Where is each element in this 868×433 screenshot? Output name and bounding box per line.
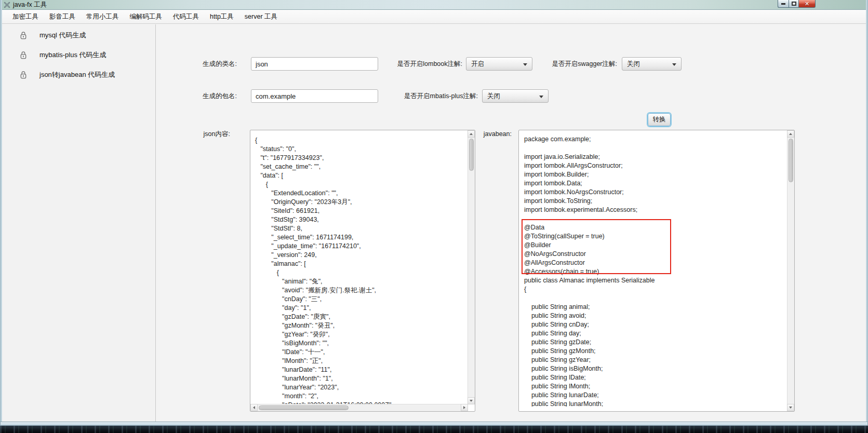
swagger-label: 是否开启swagger注解:	[520, 57, 617, 71]
window-title: java-fx 工具	[13, 1, 47, 9]
window-left-border	[0, 0, 2, 422]
package-name-label: 生成的包名:	[177, 89, 237, 103]
window-bottom-border	[0, 422, 868, 426]
json-content-text[interactable]: { "status": "0", "t": "1677917334923", "…	[250, 130, 468, 404]
close-icon: ✕	[805, 1, 809, 7]
sidebar: mysql 代码生成 mybatis-plus 代码生成 json转javabe…	[2, 24, 156, 422]
menu-codec-tools[interactable]: 编解码工具	[129, 11, 164, 23]
window-right-border	[866, 0, 868, 422]
triangle-right-icon	[463, 406, 465, 409]
json-hscroll-thumb[interactable]	[259, 405, 349, 410]
json-vscroll-thumb[interactable]	[469, 139, 474, 171]
app-icon	[4, 2, 10, 8]
menu-server-tools[interactable]: server 工具	[244, 11, 278, 23]
scroll-left-button[interactable]	[250, 404, 258, 411]
main-panel: 生成的类名: 是否开启lombook注解: 开启 是否开启swagger注解: …	[156, 24, 866, 422]
lock-icon	[20, 51, 27, 59]
triangle-down-icon	[470, 400, 473, 402]
json-horizontal-scrollbar[interactable]	[250, 404, 468, 411]
scroll-right-button[interactable]	[461, 404, 468, 411]
close-button[interactable]: ✕	[799, 0, 816, 8]
javabean-vscroll-thumb[interactable]	[789, 139, 793, 182]
app-window: java-fx 工具 ✕ 加密工具 影音工具 常用小工具 编解码工具 代码工具 …	[0, 0, 868, 426]
mybatis-combobox[interactable]: 关闭	[482, 89, 549, 103]
triangle-up-icon	[470, 133, 473, 135]
scroll-down-button[interactable]	[787, 404, 794, 411]
minimize-button[interactable]	[778, 0, 789, 8]
menu-media-tools[interactable]: 影音工具	[48, 11, 76, 23]
convert-button[interactable]: 转换	[648, 113, 671, 126]
sidebar-item-label: json转javabean 代码生成	[39, 70, 115, 79]
menu-code-tools[interactable]: 代码工具	[172, 11, 200, 23]
mybatis-combobox-value: 关闭	[487, 92, 500, 101]
triangle-left-icon	[253, 406, 255, 409]
titlebar[interactable]: java-fx 工具 ✕	[0, 0, 868, 10]
json-content-label: json内容:	[178, 130, 230, 139]
javabean-vertical-scrollbar[interactable]	[787, 130, 794, 411]
class-name-label: 生成的类名:	[177, 57, 237, 71]
chevron-down-icon	[672, 63, 676, 66]
json-content-textarea[interactable]: { "status": "0", "t": "1677917334923", "…	[250, 130, 475, 412]
window-controls: ✕	[778, 0, 816, 8]
maximize-icon	[792, 2, 796, 6]
annotation-highlight-box	[522, 219, 671, 274]
package-name-input[interactable]	[251, 89, 378, 103]
sidebar-item-label: mybatis-plus 代码生成	[39, 50, 106, 60]
scroll-up-button[interactable]	[787, 130, 794, 138]
swagger-combobox-value: 关闭	[627, 60, 640, 69]
taskbar[interactable]	[0, 426, 868, 433]
sidebar-item-mysql-codegen[interactable]: mysql 代码生成	[2, 29, 155, 42]
lock-icon	[20, 31, 27, 39]
json-vertical-scrollbar[interactable]	[468, 130, 475, 404]
menu-encrypt-tools[interactable]: 加密工具	[11, 11, 39, 23]
triangle-down-icon	[789, 407, 792, 409]
minimize-icon	[781, 3, 785, 5]
swagger-combobox[interactable]: 关闭	[622, 57, 682, 71]
chevron-down-icon	[539, 96, 543, 98]
sidebar-item-mybatis-plus-codegen[interactable]: mybatis-plus 代码生成	[2, 48, 155, 62]
menu-common-tools[interactable]: 常用小工具	[85, 11, 120, 23]
class-name-input[interactable]	[251, 57, 378, 71]
lombok-label: 是否开启lombook注解:	[364, 57, 462, 71]
content-area: mysql 代码生成 mybatis-plus 代码生成 json转javabe…	[2, 24, 866, 422]
sidebar-item-json2javabean-codegen[interactable]: json转javabean 代码生成	[2, 68, 155, 82]
scroll-down-button[interactable]	[468, 397, 475, 404]
sidebar-item-label: mysql 代码生成	[39, 31, 86, 40]
triangle-up-icon	[789, 133, 792, 135]
app-root: java-fx 工具 ✕ 加密工具 影音工具 常用小工具 编解码工具 代码工具 …	[0, 0, 868, 433]
lock-icon	[20, 71, 27, 79]
menu-http-tools[interactable]: http工具	[209, 11, 235, 23]
lombok-combobox-value: 开启	[471, 60, 484, 69]
menubar: 加密工具 影音工具 常用小工具 编解码工具 代码工具 http工具 server…	[2, 10, 866, 24]
maximize-button[interactable]	[789, 0, 799, 8]
scroll-up-button[interactable]	[468, 130, 475, 138]
mybatis-label: 是否开启mbatis-plus注解:	[364, 89, 478, 103]
